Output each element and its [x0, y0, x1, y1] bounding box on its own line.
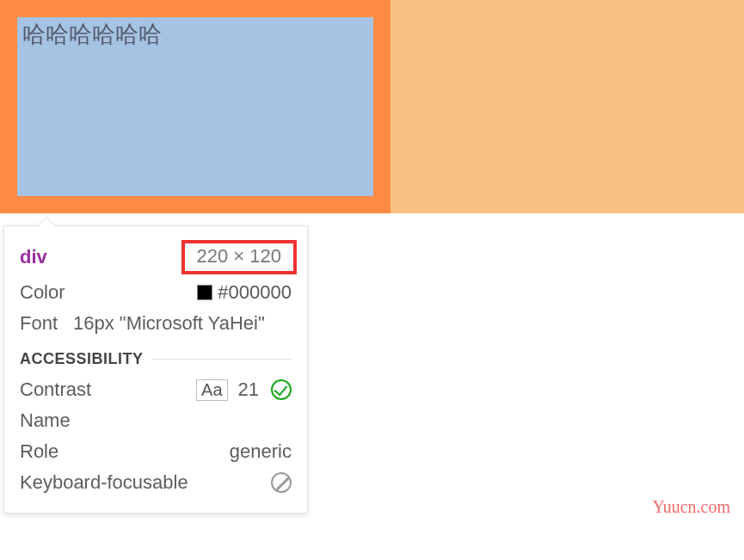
- inspected-div-text: 哈哈哈哈哈哈: [22, 22, 162, 47]
- accessibility-heading-text: ACCESSIBILITY: [20, 350, 144, 368]
- check-icon: [271, 379, 292, 400]
- element-dimensions: 220 × 120: [181, 240, 297, 274]
- role-row: Role generic: [20, 439, 292, 465]
- tag-and-dimensions-row: div 220 × 120: [20, 240, 292, 274]
- color-row: Color #000000: [20, 280, 292, 305]
- font-row: Font 16px "Microsoft YaHei": [20, 311, 292, 336]
- contrast-value: 21: [238, 378, 259, 401]
- element-tag: div: [20, 246, 47, 268]
- outer-box-left: 哈哈哈哈哈哈: [0, 0, 390, 213]
- demo-boxes-row: 哈哈哈哈哈哈: [0, 0, 744, 213]
- role-label: Role: [20, 440, 58, 463]
- inspected-div[interactable]: 哈哈哈哈哈哈: [17, 17, 373, 196]
- name-label: Name: [20, 409, 71, 432]
- contrast-row: Contrast Aa 21: [20, 377, 292, 403]
- watermark-text: Yuucn.com: [652, 497, 730, 517]
- outer-box-right: [390, 0, 744, 213]
- font-label: Font: [20, 312, 58, 335]
- contrast-value-group: Aa 21: [196, 378, 292, 401]
- keyboard-focusable-label: Keyboard-focusable: [20, 471, 188, 494]
- color-swatch-icon: [197, 285, 212, 300]
- contrast-sample: Aa: [196, 379, 227, 401]
- inspector-tooltip: div 220 × 120 Color #000000 Font 16px "M…: [3, 225, 308, 514]
- keyboard-focusable-row: Keyboard-focusable: [20, 470, 292, 495]
- divider: [152, 359, 292, 360]
- not-allowed-icon: [271, 472, 292, 493]
- contrast-label: Contrast: [20, 378, 91, 401]
- color-value: #000000: [218, 281, 292, 304]
- accessibility-heading: ACCESSIBILITY: [20, 350, 292, 368]
- tooltip-arrow-fill: [37, 218, 56, 227]
- font-value: 16px "Microsoft YaHei": [73, 312, 265, 335]
- name-row: Name: [20, 408, 292, 434]
- color-value-group: #000000: [197, 281, 292, 304]
- color-label: Color: [20, 281, 65, 304]
- role-value: generic: [230, 440, 292, 463]
